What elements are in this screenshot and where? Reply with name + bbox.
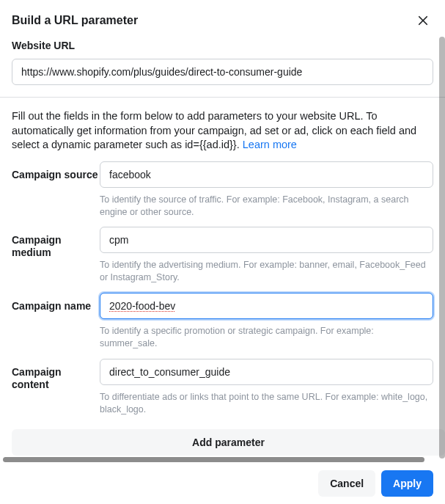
campaign-name-value: 2020-food-bev	[109, 300, 175, 312]
campaign-name-help: To identify a specific promotion or stra…	[100, 325, 433, 350]
campaign-content-row: Campaign content To differentiate ads or…	[0, 359, 445, 425]
apply-button[interactable]: Apply	[381, 470, 433, 497]
campaign-source-label: Campaign source	[12, 161, 100, 181]
website-url-input[interactable]	[12, 59, 433, 85]
modal-header: Build a URL parameter	[0, 0, 445, 40]
cancel-button[interactable]: Cancel	[318, 470, 375, 497]
campaign-content-label: Campaign content	[12, 359, 100, 391]
campaign-medium-label: Campaign medium	[12, 227, 100, 259]
modal-footer: Cancel Apply	[0, 463, 445, 504]
campaign-source-row: Campaign source To identify the source o…	[0, 161, 445, 227]
horizontal-scrollbar[interactable]	[3, 457, 424, 462]
website-url-label: Website URL	[12, 40, 433, 51]
campaign-content-help: To differentiate ads or links that point…	[100, 391, 433, 416]
campaign-source-input[interactable]	[100, 161, 433, 188]
intro-text: Fill out the fields in the form below to…	[0, 98, 445, 161]
campaign-medium-row: Campaign medium To identify the advertis…	[0, 227, 445, 293]
url-parameter-modal: Build a URL parameter Website URL Fill o…	[0, 0, 445, 504]
learn-more-link[interactable]: Learn more	[243, 139, 297, 150]
campaign-content-input[interactable]	[100, 359, 433, 385]
website-url-section: Website URL	[0, 40, 445, 98]
close-icon	[416, 14, 430, 27]
close-button[interactable]	[413, 10, 433, 31]
campaign-name-row: Campaign name 2020-food-bev To identify …	[0, 293, 445, 359]
vertical-scrollbar[interactable]	[439, 37, 445, 459]
intro-body: Fill out the fields in the form below to…	[12, 110, 416, 150]
add-parameter-button[interactable]: Add parameter	[12, 429, 445, 456]
campaign-name-input[interactable]: 2020-food-bev	[100, 293, 433, 319]
modal-title: Build a URL parameter	[12, 14, 138, 27]
campaign-medium-help: To identify the advertising medium. For …	[100, 259, 433, 284]
campaign-medium-input[interactable]	[100, 227, 433, 253]
campaign-name-label: Campaign name	[12, 293, 100, 313]
campaign-source-help: To identify the source of traffic. For e…	[100, 194, 433, 219]
